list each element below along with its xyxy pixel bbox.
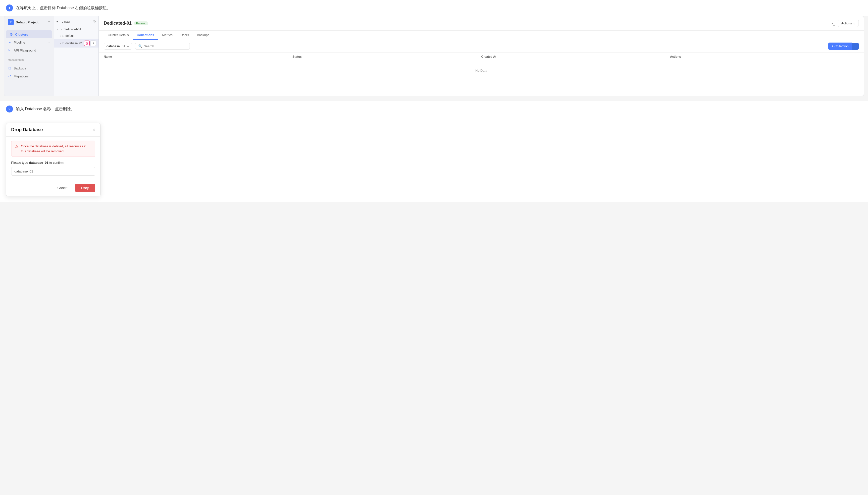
tab-metrics[interactable]: Metrics <box>158 31 177 40</box>
confirm-suffix: to confirm. <box>49 161 65 165</box>
sidebar-item-api-playground[interactable]: >_ API Playground <box>4 46 54 54</box>
delete-database-button[interactable]: 🗑 <box>84 40 90 46</box>
dialog-title: Drop Database <box>11 127 43 132</box>
col-status: Status <box>293 55 481 58</box>
sidebar-item-backups[interactable]: □ Backups <box>4 64 54 72</box>
cluster-db-icon: ⊙ <box>60 28 62 31</box>
add-to-database-button[interactable]: + <box>90 40 96 46</box>
project-name: Default Project <box>16 20 38 24</box>
sidebar-item-migrations[interactable]: ⇄ Migrations <box>4 72 54 80</box>
migrations-icon: ⇄ <box>8 74 12 78</box>
clusters-label: Clusters <box>15 33 28 36</box>
backups-label: Backups <box>14 66 26 70</box>
project-chevron-icon: ⌃ <box>48 20 50 24</box>
tab-cluster-details[interactable]: Cluster Details <box>104 31 133 40</box>
api-label: API Playground <box>14 49 36 52</box>
ui-inner: P Default Project ⌃ ⊙ Clusters » Pipelin… <box>4 16 864 96</box>
step-2-text: 输入 Database 名称，点击删除。 <box>16 106 75 112</box>
add-collection-chevron-button[interactable]: ⌄ <box>852 43 859 50</box>
cancel-button[interactable]: Cancel <box>53 184 72 192</box>
actions-chevron-icon: ⌄ <box>853 21 855 25</box>
step-1-row: 1 在导航树上，点击目标 Database 右侧的垃圾桶按钮。 <box>0 0 868 16</box>
ui-panel: P Default Project ⌃ ⊙ Clusters » Pipelin… <box>4 16 864 96</box>
search-input[interactable] <box>144 44 187 48</box>
dialog-close-button[interactable]: × <box>92 127 95 132</box>
tab-backups[interactable]: Backups <box>193 31 213 40</box>
cluster-name: Dedicated-01 <box>64 28 81 31</box>
pipeline-icon: » <box>8 40 12 44</box>
tab-collections[interactable]: Collections <box>133 31 158 40</box>
actions-label: Actions <box>841 21 852 25</box>
add-cluster-label: + Cluster <box>59 20 70 23</box>
db-selector-chevron-icon: ⌄ <box>127 44 129 48</box>
tab-users[interactable]: Users <box>177 31 193 40</box>
tabs-row: Cluster Details Collections Metrics User… <box>99 31 864 40</box>
terminal-icon[interactable]: >_ <box>831 21 835 25</box>
warning-box: ⚠ Once the database is deleted, all reso… <box>11 141 95 157</box>
database01-label: database_01 <box>66 41 83 45</box>
collections-toolbar: database_01 ⌄ 🔍 + Collection ⌄ <box>99 40 864 52</box>
tree-panel: + + Cluster ↻ ∨ ⊙ Dedicated-01 › □ defau… <box>54 16 99 96</box>
sidebar-item-clusters[interactable]: ⊙ Clusters <box>6 30 52 38</box>
database-selector[interactable]: database_01 ⌄ <box>104 43 132 50</box>
default-db-icon: □ <box>62 34 64 37</box>
tree-cluster-item[interactable]: ∨ ⊙ Dedicated-01 <box>54 26 99 33</box>
sidebar-item-pipeline[interactable]: » Pipeline ⌄ <box>4 38 54 46</box>
management-label: Management <box>4 56 54 62</box>
database01-icon: □ <box>62 42 64 45</box>
step-1-circle: 1 <box>6 4 13 12</box>
warning-icon: ⚠ <box>15 144 18 149</box>
project-icon: P <box>8 19 14 25</box>
add-collection-button-group: + Collection ⌄ <box>828 42 859 50</box>
table-header: Name Status Created At Actions <box>99 52 864 61</box>
dialog-header: Drop Database × <box>6 123 100 137</box>
col-actions: Actions <box>670 55 859 58</box>
tree-database01-item[interactable]: › □ database_01 🗑 + <box>54 39 99 48</box>
dialog-body: ⚠ Once the database is deleted, all reso… <box>6 137 100 180</box>
drop-database-dialog: Drop Database × ⚠ Once the database is d… <box>6 123 101 197</box>
col-name: Name <box>104 55 293 58</box>
database01-actions: 🗑 + <box>84 40 96 46</box>
cluster-chevron-icon: ∨ <box>56 28 58 31</box>
management-section: □ Backups ⇄ Migrations <box>4 62 54 82</box>
api-icon: >_ <box>8 48 12 52</box>
add-cluster-button[interactable]: + + Cluster <box>56 20 70 23</box>
confirm-prefix: Please type <box>11 161 29 165</box>
add-collection-main-button[interactable]: + Collection <box>828 42 852 50</box>
actions-button[interactable]: Actions ⌄ <box>838 20 859 27</box>
clusters-icon: ⊙ <box>9 32 13 36</box>
tree-default-item[interactable]: › □ default <box>54 33 99 39</box>
add-cluster-plus-icon: + <box>56 20 58 23</box>
header-actions: >_ Actions ⌄ <box>831 20 859 27</box>
col-created-at: Created At <box>481 55 670 58</box>
confirm-db-name: database_01 <box>29 161 49 165</box>
step-2-row: 2 输入 Database 名称，点击删除。 <box>0 101 868 117</box>
step-2-circle: 2 <box>6 105 13 113</box>
step-1-text: 在导航树上，点击目标 Database 右侧的垃圾桶按钮。 <box>16 5 111 11</box>
main-header: Dedicated-01 Running >_ Actions ⌄ <box>99 16 864 31</box>
warning-text: Once the database is deleted, all resour… <box>21 144 91 154</box>
status-badge: Running <box>134 21 148 25</box>
search-box: 🔍 <box>135 43 190 50</box>
cluster-title: Dedicated-01 Running <box>104 21 148 26</box>
default-chevron-icon: › <box>60 35 61 37</box>
search-icon: 🔍 <box>138 44 142 48</box>
pipeline-expand-icon: ⌄ <box>48 41 50 44</box>
default-db-label: default <box>66 34 74 38</box>
confirm-text: Please type database_01 to confirm. <box>11 161 95 165</box>
drop-button[interactable]: Drop <box>75 184 95 192</box>
main-content: Dedicated-01 Running >_ Actions ⌄ Cluste… <box>99 16 864 96</box>
selected-db-name: database_01 <box>106 44 125 48</box>
refresh-icon[interactable]: ↻ <box>93 20 96 23</box>
migrations-label: Migrations <box>14 74 29 78</box>
pipeline-label: Pipeline <box>14 40 25 44</box>
project-selector[interactable]: P Default Project <box>8 19 38 25</box>
dialog-area: Drop Database × ⚠ Once the database is d… <box>0 117 868 202</box>
dialog-footer: Cancel Drop <box>6 180 100 196</box>
backups-icon: □ <box>8 66 12 70</box>
confirm-name-input[interactable] <box>11 167 95 176</box>
sidebar-header: P Default Project ⌃ <box>4 16 54 28</box>
database01-chevron-icon: › <box>60 42 61 45</box>
no-data-message: No Data <box>99 61 864 80</box>
sidebar: P Default Project ⌃ ⊙ Clusters » Pipelin… <box>4 16 54 96</box>
